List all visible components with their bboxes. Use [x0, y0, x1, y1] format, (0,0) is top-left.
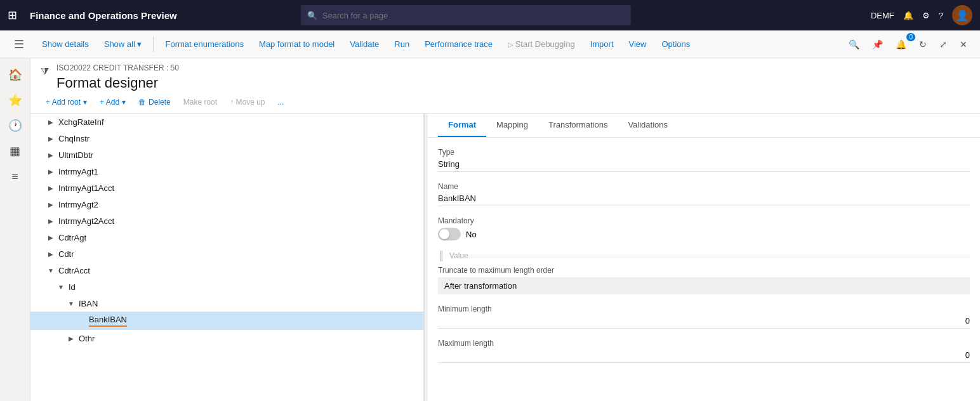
divider-line: [468, 256, 970, 256]
search-toggle-button[interactable]: 🔍: [844, 37, 864, 52]
tree-arrow-icon: ▶: [46, 133, 56, 143]
name-field-group: Name BankIBAN: [438, 182, 970, 206]
tree-item-cdtragt[interactable]: ▶ CdtrAgt: [30, 229, 423, 246]
tree-item-xchgrateinf[interactable]: ▶ XchgRateInf: [30, 114, 423, 130]
import-button[interactable]: Import: [584, 37, 620, 51]
header-block: ISO20022 CREDIT TRANSFER : 50 Format des…: [56, 63, 179, 91]
min-length-value[interactable]: 0: [438, 316, 970, 329]
close-button[interactable]: ✕: [955, 37, 972, 52]
tree-arrow-icon: ▶: [46, 199, 56, 209]
value-label: Value: [449, 251, 468, 260]
sidebar-icon-favorites[interactable]: ⭐: [4, 89, 27, 112]
tree-panel-layout: ▶ XchgRateInf ▶ ChqInstr ▶ UltmtDbtr ▶ I…: [30, 114, 980, 401]
pin-button[interactable]: 📌: [867, 37, 888, 52]
view-button[interactable]: View: [623, 37, 653, 51]
mandatory-toggle[interactable]: [438, 228, 461, 240]
tree-item-cdtr[interactable]: ▶ Cdtr: [30, 246, 423, 262]
filter-icon[interactable]: ⧩: [41, 63, 49, 77]
start-debugging-button[interactable]: ▷ Start Debugging: [501, 37, 581, 51]
tree-label: IntrmyAgt2Acct: [58, 216, 114, 226]
tree-label: XchgRateInf: [58, 117, 104, 127]
sidebar-icon-recent[interactable]: 🕐: [4, 114, 27, 137]
map-format-to-model-button[interactable]: Map format to model: [253, 37, 341, 51]
settings-icon[interactable]: ⚙: [922, 11, 930, 20]
truncate-field-group: Truncate to maximum length order After t…: [438, 266, 970, 294]
tree-item-intrmyagt1acct[interactable]: ▶ IntrmyAgt1Acct: [30, 180, 423, 196]
tree-arrow-icon: ▼: [56, 282, 66, 292]
make-root-button[interactable]: Make root: [178, 95, 222, 109]
add-chevron-icon: ▾: [122, 98, 126, 107]
tree-arrow-icon: ▶: [46, 232, 56, 242]
show-all-button[interactable]: Show all ▾: [98, 37, 149, 51]
tree-label-selected: BankIBAN: [89, 315, 127, 327]
tree-item-bankiban[interactable]: BankIBAN: [30, 312, 423, 330]
separator-1: [153, 37, 154, 52]
name-value[interactable]: BankIBAN: [438, 194, 970, 206]
search-bar[interactable]: 🔍: [301, 5, 631, 25]
max-length-value[interactable]: 0: [438, 350, 970, 363]
app-title: Finance and Operations Preview: [30, 10, 177, 21]
tree-arrow-icon: ▶: [46, 117, 56, 127]
grid-menu-icon[interactable]: ⊞: [8, 8, 17, 22]
delete-button[interactable]: 🗑 Delete: [133, 95, 176, 109]
tree-item-intrmyagt1[interactable]: ▶ IntrmyAgt1: [30, 163, 423, 180]
tree-container[interactable]: ▶ XchgRateInf ▶ ChqInstr ▶ UltmtDbtr ▶ I…: [30, 114, 424, 401]
tree-item-chqinstr[interactable]: ▶ ChqInstr: [30, 130, 423, 147]
content-area: ⧩ ISO20022 CREDIT TRANSFER : 50 Format d…: [30, 58, 980, 401]
run-button[interactable]: Run: [388, 37, 416, 51]
tree-item-intrmyagt2[interactable]: ▶ IntrmyAgt2: [30, 196, 423, 213]
tree-item-othr[interactable]: ▶ Othr: [30, 330, 423, 346]
mandatory-toggle-row: No: [438, 228, 970, 240]
hamburger-icon[interactable]: ☰: [8, 33, 30, 56]
tree-item-id[interactable]: ▼ Id: [30, 279, 423, 295]
more-button[interactable]: ...: [272, 95, 289, 109]
max-length-field-group: Maximum length 0: [438, 339, 970, 363]
toggle-knob: [439, 229, 449, 239]
validate-button[interactable]: Validate: [343, 37, 385, 51]
tree-item-cdtracct[interactable]: ▼ CdtrAcct: [30, 262, 423, 279]
make-root-label: Make root: [183, 98, 217, 107]
performance-trace-button[interactable]: Performance trace: [418, 37, 499, 51]
sidebar-icon-workspaces[interactable]: ▦: [4, 140, 27, 162]
tree-arrow-icon: ▶: [46, 166, 56, 176]
tree-label: ChqInstr: [58, 134, 89, 143]
type-value: String: [438, 159, 970, 172]
move-up-button[interactable]: ↑ Move up: [225, 95, 270, 109]
bell-icon[interactable]: 🔔: [903, 11, 913, 20]
panel-tabs: Format Mapping Transformations Validatio…: [428, 114, 980, 138]
expand-button[interactable]: ⤢: [934, 37, 952, 52]
tree-label: IntrmyAgt1Acct: [58, 183, 114, 193]
show-details-button[interactable]: Show details: [36, 37, 95, 51]
move-up-label: ↑ Move up: [230, 98, 265, 107]
value-section-divider: ║ Value: [438, 251, 970, 261]
nav-right: DEMF 🔔 ⚙ ? 👤: [871, 5, 972, 25]
mandatory-value: No: [466, 230, 477, 239]
tree-label: Othr: [79, 334, 95, 343]
panel-content: Type String Name BankIBAN Mandatory: [428, 138, 980, 401]
tree-arrow-icon: [76, 316, 86, 326]
format-enumerations-button[interactable]: Format enumerations: [159, 37, 250, 51]
tree-item-intrmyagt2acct[interactable]: ▶ IntrmyAgt2Acct: [30, 213, 423, 229]
top-nav-bar: ⊞ Finance and Operations Preview 🔍 DEMF …: [0, 0, 980, 30]
avatar[interactable]: 👤: [952, 5, 972, 25]
tree-item-iban[interactable]: ▼ IBAN: [30, 295, 423, 312]
refresh-button[interactable]: ↻: [914, 37, 932, 52]
sidebar-icon-list[interactable]: ≡: [4, 165, 27, 188]
tab-format[interactable]: Format: [438, 114, 486, 137]
tab-transformations[interactable]: Transformations: [538, 114, 618, 137]
sidebar-icon-home[interactable]: 🏠: [4, 63, 27, 86]
collapse-icon[interactable]: ║: [438, 251, 444, 261]
tab-validations[interactable]: Validations: [618, 114, 678, 137]
help-icon[interactable]: ?: [939, 11, 943, 20]
trash-icon: 🗑: [138, 98, 146, 107]
tree-arrow-icon: ▼: [46, 265, 56, 275]
options-button[interactable]: Options: [655, 37, 696, 51]
add-button[interactable]: + Add ▾: [95, 95, 131, 109]
search-icon: 🔍: [307, 11, 317, 20]
truncate-value[interactable]: After transformation: [438, 277, 970, 294]
tab-mapping[interactable]: Mapping: [486, 114, 538, 137]
tree-item-ultmtdbtr[interactable]: ▶ UltmtDbtr: [30, 147, 423, 163]
add-root-button[interactable]: + Add root ▾: [41, 95, 92, 109]
search-input[interactable]: [322, 11, 625, 20]
tree-label: IntrmyAgt1: [58, 167, 98, 176]
